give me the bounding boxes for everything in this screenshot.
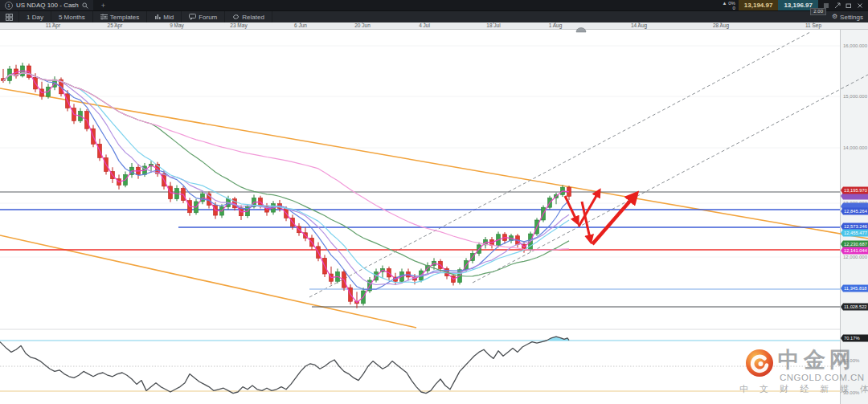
gear-icon: ⚙ (832, 14, 837, 20)
instrument-name: US NDAQ 100 - Cash (16, 2, 79, 9)
instrument-tab[interactable]: 1 US NDAQ 100 - Cash (0, 0, 93, 10)
time-axis-label: 11 Sep (805, 22, 822, 29)
price-axis-label: 16,000.000 (843, 43, 868, 48)
mid-icon (154, 14, 161, 20)
ma-violet (3, 73, 569, 285)
dashed-trendline (473, 75, 868, 283)
forum-button[interactable]: Forum (182, 11, 225, 22)
time-axis-label: 9 May (170, 22, 184, 29)
time-axis-label: 4 Jul (419, 22, 430, 28)
templates-icon (100, 14, 108, 20)
sell-price-button[interactable]: 13,194.97 (739, 0, 779, 10)
related-icon (232, 14, 240, 20)
settings-button[interactable]: ⚙ Settings (827, 11, 868, 22)
price-axis-label: 50.00% (843, 358, 860, 363)
price-tag-label: 12,141.044 (844, 248, 868, 253)
ma-cyan (3, 73, 569, 283)
change-block: ▲ 0% 0 (723, 1, 735, 10)
time-axis-label: 6 Jun (294, 22, 307, 28)
price-tag-label: 12,230.687 (844, 242, 867, 247)
time-axis-label: 1 Aug (549, 22, 563, 29)
time-axis-strip[interactable] (0, 22, 868, 29)
price-axis-label: 14,000.000 (843, 145, 868, 150)
titlebar: 1 US NDAQ 100 - Cash + ▲ 0% 0 13,194.97 … (0, 0, 868, 10)
chart-canvas[interactable]: 11 Apr25 Apr9 May23 May6 Jun20 Jun4 Jul1… (0, 0, 868, 404)
time-axis-label: 18 Jul (486, 22, 501, 28)
related-label: Related (242, 14, 264, 21)
candlestick-series[interactable] (2, 63, 571, 308)
templates-label: Templates (110, 14, 139, 21)
price-axis-label: 15,000.000 (843, 94, 868, 99)
price-tag-label: 11,028.522 (844, 304, 867, 309)
time-axis-label: 11 Apr (46, 22, 61, 29)
interval-label: 1 Day (27, 14, 43, 21)
grid-icon (6, 14, 13, 21)
price-axis-label: 30.00% (843, 390, 860, 395)
expand-icon[interactable] (834, 2, 841, 9)
templates-button[interactable]: Templates (93, 11, 147, 22)
settings-label: Settings (840, 14, 863, 21)
chart-toolbar: 1 Day 5 Months Templates Mid Forum (0, 10, 868, 22)
orange-trendline (0, 88, 868, 239)
price-tag-label: 12,845.264 (844, 209, 868, 214)
popout-window-icon[interactable] (845, 2, 852, 9)
related-button[interactable]: Related (225, 11, 272, 22)
rsi-line[interactable] (0, 337, 569, 393)
annotation-arrow[interactable] (592, 194, 637, 244)
time-axis-label: 25 Apr (108, 22, 124, 29)
layout-grid-button[interactable] (0, 11, 19, 22)
mid-price-button[interactable]: Mid (147, 11, 182, 22)
price-tag-label: 12,573.246 (844, 224, 867, 229)
interval-button[interactable]: 1 Day (19, 11, 51, 22)
mid-label: Mid (163, 14, 174, 21)
trend-lines (0, 32, 868, 328)
change-value: 0 (732, 6, 735, 10)
spread-value: 2.00 (810, 8, 826, 15)
range-button[interactable]: 5 Months (51, 11, 93, 22)
close-icon[interactable] (857, 2, 863, 9)
time-axis-label: 23 May (230, 22, 248, 29)
ma-pink (3, 73, 569, 251)
forum-label: Forum (199, 14, 217, 21)
price-axis-strip[interactable] (840, 30, 868, 404)
ma-magenta (3, 71, 569, 302)
new-chart-tab-button[interactable]: + (101, 2, 105, 10)
price-tag-label: 12,455.477 (844, 231, 867, 235)
time-axis-label: 28 Aug (713, 22, 730, 29)
chart-number-badge: 1 (5, 2, 13, 10)
time-axis-label: 20 Jun (354, 22, 371, 28)
trading-chart-window: { "titlebar": { "badge": "1", "instrumen… (0, 0, 868, 404)
search-icon[interactable] (82, 2, 88, 9)
range-label: 5 Months (59, 14, 85, 21)
price-tag-label: 70.17% (844, 336, 860, 341)
price-tag-label: 11,345.818 (844, 286, 867, 291)
price-axis-label: 12,000.000 (843, 255, 868, 259)
change-up-icon: ▲ (723, 1, 727, 6)
time-axis-label: 14 Aug (631, 22, 648, 29)
price-tag-label: 13,195.970 (844, 188, 867, 193)
forum-icon (189, 14, 196, 20)
